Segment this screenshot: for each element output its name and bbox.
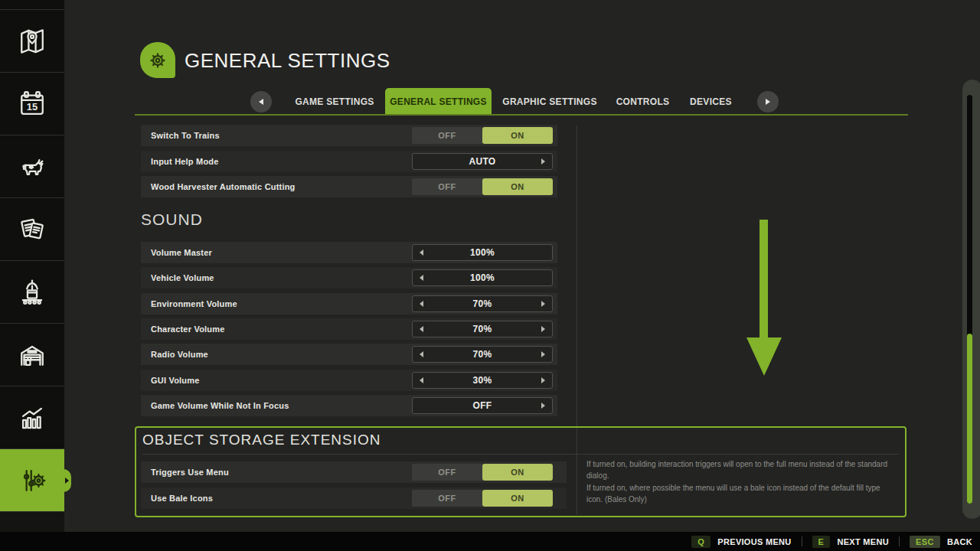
tab-underline	[135, 114, 908, 116]
stepper-value: OFF	[473, 400, 492, 411]
calendar-icon: 15	[15, 87, 49, 121]
on-button[interactable]: ON	[482, 178, 553, 195]
back-label: BACK	[947, 537, 972, 546]
setting-row-gui-volume: GUI Volume 30%	[141, 370, 557, 391]
setting-row-environment-volume: Environment Volume 70%	[141, 293, 557, 315]
sidebar-item-calendar[interactable]: 15	[0, 73, 64, 135]
setting-label: Switch To Trains	[151, 131, 220, 140]
step-right-icon[interactable]	[541, 377, 545, 383]
tabs-next-button[interactable]	[757, 91, 779, 112]
tab-game-settings[interactable]: GAME SETTINGS	[293, 91, 376, 112]
step-left-icon[interactable]	[420, 275, 423, 281]
stepper-value: 70%	[473, 298, 492, 309]
step-left-icon[interactable]	[420, 377, 423, 383]
toggle-use-bale-icons: OFF ON	[412, 490, 553, 507]
stepper-environment-volume[interactable]: 70%	[412, 295, 553, 312]
setting-row-game-volume-focus: Game Volume While Not In Focus OFF	[141, 395, 557, 416]
setting-row-switch-to-trains: Switch To Trains OFF ON	[141, 125, 557, 146]
setting-label: Vehicle Volume	[151, 273, 214, 282]
off-button[interactable]: OFF	[412, 490, 482, 507]
scrollbar-thumb[interactable]	[967, 334, 972, 504]
tab-devices[interactable]: DEVICES	[687, 91, 735, 112]
back-action[interactable]: ESC BACK	[910, 536, 972, 548]
step-right-icon[interactable]	[541, 403, 545, 409]
setting-label: Environment Volume	[151, 299, 237, 308]
off-button[interactable]: OFF	[412, 178, 482, 195]
help-text-bale-icons: If turned on, where possible the menu wi…	[586, 483, 894, 505]
setting-row-use-bale-icons: Use Bale Icons OFF ON	[141, 487, 567, 509]
setting-label: Use Bale Icons	[151, 494, 213, 503]
scroll-down-arrow-icon	[746, 337, 782, 376]
page-icon	[140, 42, 175, 78]
sidebar-item-contracts[interactable]	[0, 198, 64, 261]
map-icon	[15, 24, 49, 58]
calendar-day-label: 15	[27, 101, 38, 112]
sidebar-item-statistics[interactable]	[0, 386, 64, 449]
setting-label: Wood Harvester Automatic Cutting	[151, 182, 296, 191]
toggle-triggers-use-menu: OFF ON	[412, 464, 553, 481]
chevron-right-icon	[766, 99, 770, 105]
tab-controls[interactable]: CONTROLS	[613, 91, 672, 112]
setting-label: Triggers Use Menu	[151, 468, 229, 477]
scroll-down-arrow-shaft	[760, 220, 768, 339]
sidebar-item-mod-settings[interactable]	[0, 449, 64, 512]
setting-label: Input Help Mode	[151, 157, 219, 166]
previous-menu-action[interactable]: Q PREVIOUS MENU	[691, 536, 791, 548]
setting-label: GUI Volume	[151, 376, 200, 385]
section-title-ose: OBJECT STORAGE EXTENSION	[142, 432, 381, 448]
stepper-radio-volume[interactable]: 70%	[412, 346, 553, 363]
key-badge-e: E	[812, 536, 831, 548]
setting-row-radio-volume: Radio Volume 70%	[141, 344, 557, 365]
on-button[interactable]: ON	[482, 464, 553, 481]
select-value: AUTO	[469, 156, 496, 167]
setting-row-triggers-use-menu: Triggers Use Menu OFF ON	[141, 461, 567, 483]
footer-hotkey-bar: Q PREVIOUS MENU E NEXT MENU ESC BACK	[0, 532, 980, 551]
production-icon	[15, 276, 49, 309]
sidebar: 15	[0, 0, 64, 532]
documents-icon	[15, 213, 49, 246]
step-right-icon[interactable]	[541, 158, 545, 165]
tab-graphic-settings[interactable]: GRAPHIC SETTINGS	[502, 91, 597, 112]
stepper-gui-volume[interactable]: 30%	[412, 372, 553, 389]
footer-divider	[899, 536, 900, 546]
warehouse-icon	[15, 338, 49, 372]
tab-general-settings[interactable]: GENERAL SETTINGS	[385, 88, 492, 115]
tabs-prev-button[interactable]	[250, 91, 272, 112]
on-button[interactable]: ON	[482, 490, 553, 507]
step-left-icon[interactable]	[420, 326, 423, 332]
setting-label: Game Volume While Not In Focus	[151, 401, 289, 410]
step-left-icon[interactable]	[420, 351, 423, 357]
stepper-value: 100%	[470, 247, 495, 258]
stepper-game-volume-focus[interactable]: OFF	[412, 397, 553, 414]
previous-menu-label: PREVIOUS MENU	[717, 537, 791, 546]
step-right-icon[interactable]	[541, 301, 545, 307]
step-right-icon[interactable]	[541, 326, 545, 332]
setting-row-vehicle-volume: Vehicle Volume 100%	[141, 267, 557, 289]
step-left-icon[interactable]	[420, 301, 423, 307]
sidebar-item-map[interactable]	[0, 10, 64, 73]
chevron-left-icon	[259, 99, 263, 105]
toggle-wood-harvester: OFF ON	[412, 178, 553, 195]
stepper-volume-master[interactable]: 100%	[412, 244, 553, 261]
off-button[interactable]: OFF	[412, 464, 482, 481]
sidebar-item-partial	[0, 0, 64, 10]
active-tile-bump	[57, 469, 71, 492]
stepper-value: 70%	[473, 324, 492, 334]
off-button[interactable]: OFF	[412, 127, 482, 144]
stepper-vehicle-volume[interactable]: 100%	[412, 269, 553, 286]
key-badge-q: Q	[691, 536, 710, 548]
sidebar-item-animals[interactable]	[0, 135, 64, 198]
next-menu-label: NEXT MENU	[837, 537, 888, 546]
sidebar-item-production[interactable]	[0, 261, 64, 324]
setting-row-input-help-mode: Input Help Mode AUTO	[141, 151, 557, 172]
sidebar-item-storage[interactable]	[0, 324, 64, 386]
stepper-character-volume[interactable]: 70%	[412, 321, 553, 337]
step-right-icon[interactable]	[541, 351, 545, 357]
stepper-value: 70%	[473, 349, 492, 360]
next-menu-action[interactable]: E NEXT MENU	[812, 536, 889, 548]
toggle-switch-to-trains: OFF ON	[412, 127, 553, 144]
gear-icon	[145, 47, 171, 73]
select-input-help-mode[interactable]: AUTO	[412, 153, 553, 170]
on-button[interactable]: ON	[482, 127, 553, 144]
step-left-icon[interactable]	[420, 249, 423, 256]
